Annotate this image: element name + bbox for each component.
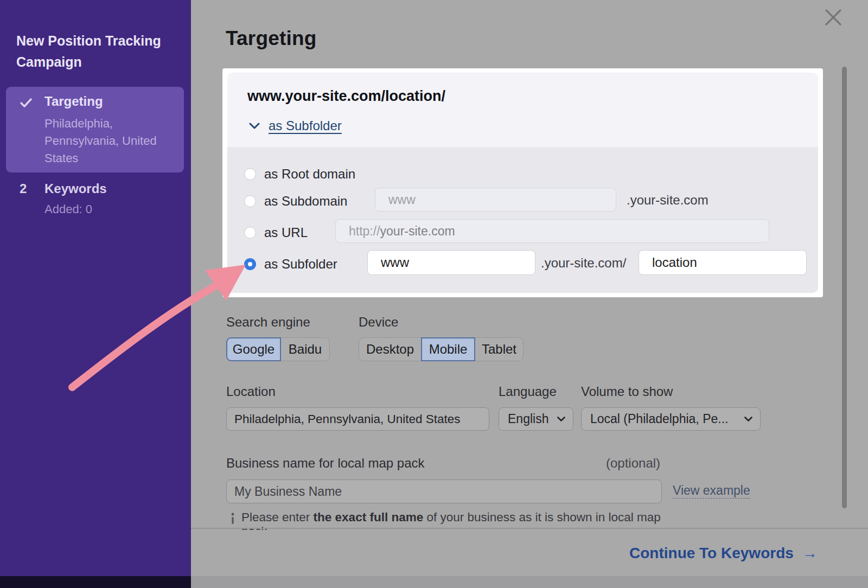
chevron-down-icon bbox=[249, 123, 260, 129]
language-value: English bbox=[508, 412, 548, 426]
search-engine-segmented: Google Baidu bbox=[226, 337, 330, 361]
bottom-band-left bbox=[0, 576, 191, 588]
device-mobile[interactable]: Mobile bbox=[421, 337, 475, 361]
location-input[interactable] bbox=[226, 407, 489, 431]
footer-divider bbox=[191, 528, 868, 529]
business-name-input[interactable] bbox=[226, 480, 662, 503]
subdomain-suffix: .your-site.com bbox=[627, 193, 709, 208]
wizard-title: New Position Tracking Campaign bbox=[16, 30, 175, 73]
option-subdomain[interactable]: as Subdomain bbox=[244, 194, 347, 209]
continue-to-keywords-button[interactable]: Continue To Keywords → bbox=[629, 545, 818, 562]
business-optional-label: (optional) bbox=[606, 456, 660, 471]
option-subfolder-label: as Subfolder bbox=[264, 257, 337, 272]
subfolder-subdomain-input[interactable] bbox=[367, 250, 535, 275]
step-keywords-number: 2 bbox=[20, 181, 27, 196]
subfolder-folder-input[interactable] bbox=[639, 250, 807, 275]
url-placeholder-host: your-site.com bbox=[380, 224, 455, 239]
option-root-domain-label: as Root domain bbox=[264, 167, 355, 182]
device-label: Device bbox=[359, 315, 398, 330]
device-tablet[interactable]: Tablet bbox=[475, 337, 524, 361]
option-url-label: as URL bbox=[264, 225, 308, 240]
option-subdomain-label: as Subdomain bbox=[264, 194, 347, 209]
note-bold: the exact full name bbox=[314, 510, 424, 524]
radio-subfolder-selected[interactable] bbox=[244, 258, 256, 270]
sidebar-step-targeting[interactable]: Targeting Philadelphia, Pennsylvania, Un… bbox=[6, 87, 184, 172]
url-input-disabled: http://your-site.com bbox=[335, 219, 769, 243]
business-note: Please enter the exact full name of your… bbox=[231, 510, 681, 530]
arrow-right-icon: → bbox=[802, 545, 818, 562]
location-label: Location bbox=[226, 384, 276, 399]
radio-root-domain[interactable] bbox=[244, 168, 256, 180]
volume-value: Local (Philadelphia, Pe... bbox=[590, 412, 728, 426]
scope-dropdown[interactable]: as Subfolder bbox=[249, 118, 342, 133]
step-targeting-sublabel: Philadelphia, Pennsylvania, United State… bbox=[44, 115, 172, 167]
position-tracking-modal: New Position Tracking Campaign Targeting… bbox=[0, 0, 868, 588]
target-domain: www.your-site.com/location/ bbox=[247, 88, 445, 105]
option-subfolder[interactable]: as Subfolder bbox=[244, 257, 337, 272]
target-card: www.your-site.com/location/ as Subfolder… bbox=[222, 68, 823, 297]
continue-label: Continue To Keywords bbox=[629, 545, 794, 562]
device-segmented: Desktop Mobile Tablet bbox=[359, 337, 524, 361]
option-url[interactable]: as URL bbox=[244, 225, 308, 240]
device-desktop[interactable]: Desktop bbox=[359, 337, 422, 361]
step-keywords-sublabel: Added: 0 bbox=[44, 202, 92, 216]
radio-url[interactable] bbox=[244, 227, 256, 239]
scope-options-panel: as Root domain as Subdomain www .your-si… bbox=[227, 147, 818, 293]
close-icon[interactable] bbox=[822, 7, 844, 28]
subfolder-middle-text: .your-site.com/ bbox=[541, 255, 626, 271]
step-keywords-label: Keywords bbox=[44, 181, 107, 196]
chevron-down-icon bbox=[557, 417, 565, 421]
subdomain-input-disabled: www bbox=[375, 188, 616, 212]
bottom-band-right bbox=[191, 576, 868, 588]
volume-label: Volume to show bbox=[581, 384, 673, 399]
volume-select[interactable]: Local (Philadelphia, Pe... bbox=[581, 407, 761, 431]
modal-scrollbar[interactable] bbox=[842, 67, 847, 508]
chevron-down-icon bbox=[744, 417, 752, 421]
search-engine-label: Search engine bbox=[226, 315, 310, 330]
radio-subdomain[interactable] bbox=[244, 195, 256, 207]
language-select[interactable]: English bbox=[499, 407, 573, 431]
url-placeholder-scheme: http:// bbox=[349, 224, 380, 239]
language-label: Language bbox=[499, 384, 557, 399]
step-targeting-label: Targeting bbox=[44, 94, 103, 109]
note-prefix: Please enter bbox=[241, 510, 314, 524]
target-card-summary: www.your-site.com/location/ as Subfolder bbox=[227, 73, 818, 147]
page-title: Targeting bbox=[226, 27, 317, 50]
wizard-sidebar: New Position Tracking Campaign Targeting… bbox=[0, 0, 191, 576]
view-example-link[interactable]: View example bbox=[673, 483, 750, 498]
scope-link-label[interactable]: as Subfolder bbox=[269, 118, 342, 133]
search-engine-google[interactable]: Google bbox=[226, 337, 281, 361]
option-root-domain[interactable]: as Root domain bbox=[244, 167, 355, 182]
checkmark-icon bbox=[18, 95, 34, 111]
search-engine-baidu[interactable]: Baidu bbox=[280, 337, 330, 361]
business-name-label: Business name for local map pack bbox=[226, 456, 425, 471]
info-icon bbox=[231, 510, 235, 525]
